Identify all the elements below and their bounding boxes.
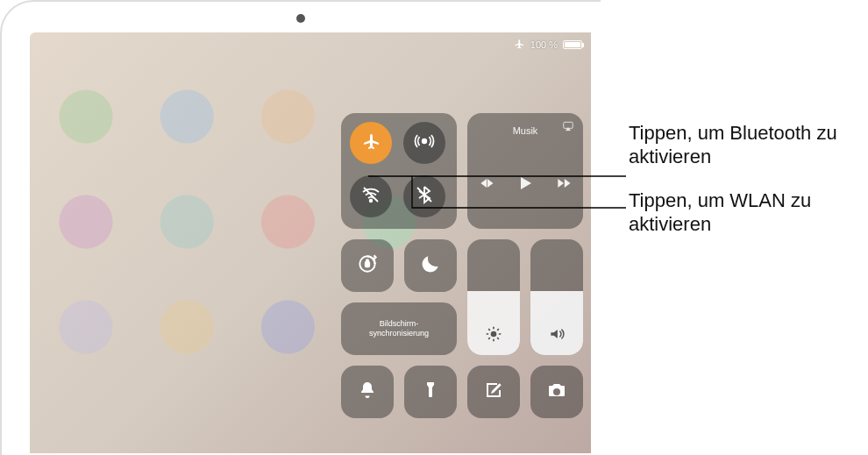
- compose-icon: [483, 380, 504, 404]
- wifi-off-icon: [360, 184, 381, 209]
- rotation-lock-icon: [356, 252, 379, 279]
- bluetooth-off-icon: [414, 184, 435, 209]
- notes-quick-button[interactable]: [467, 366, 520, 418]
- control-center: Musik: [341, 113, 587, 418]
- callout-wlan: Tippen, um WLAN zu aktivieren: [629, 188, 857, 236]
- svg-line-15: [497, 329, 499, 331]
- svg-point-7: [491, 331, 497, 338]
- volume-icon: [548, 325, 566, 346]
- svg-rect-6: [366, 262, 369, 267]
- status-bar: 100 %: [513, 38, 582, 52]
- rotation-lock-toggle[interactable]: [341, 239, 394, 292]
- silent-mode-toggle[interactable]: [341, 366, 394, 418]
- callout-bluetooth: Tippen, um Bluetooth zu aktivieren: [629, 121, 857, 168]
- screen-mirroring-button[interactable]: Bildschirm- synchronisierung: [341, 302, 457, 355]
- bluetooth-toggle[interactable]: [403, 175, 445, 217]
- battery-icon: [563, 40, 582, 49]
- music-play-button[interactable]: [515, 173, 536, 196]
- ipad-screen: 100 %: [30, 32, 591, 453]
- bell-icon: [357, 380, 378, 404]
- music-prev-button[interactable]: [478, 174, 495, 194]
- svg-line-13: [497, 338, 499, 339]
- wifi-toggle[interactable]: [350, 175, 392, 217]
- music-title-label: Musik: [488, 125, 562, 136]
- airplay-icon[interactable]: [562, 120, 574, 134]
- ipad-device-frame: 100 %: [0, 0, 601, 455]
- do-not-disturb-toggle[interactable]: [404, 239, 457, 292]
- airdrop-toggle[interactable]: [403, 122, 445, 164]
- brightness-slider[interactable]: [467, 239, 520, 355]
- music-module[interactable]: Musik: [467, 113, 583, 229]
- camera-button[interactable]: [530, 366, 583, 418]
- svg-point-0: [423, 139, 427, 144]
- svg-line-12: [488, 329, 490, 331]
- brightness-icon: [485, 325, 502, 346]
- music-next-button[interactable]: [555, 174, 573, 194]
- flashlight-button[interactable]: [404, 366, 457, 418]
- front-camera: [296, 14, 305, 23]
- camera-icon: [546, 380, 567, 404]
- airplane-status-icon: [513, 38, 525, 52]
- flashlight-icon: [420, 380, 441, 404]
- airplane-icon: [360, 131, 381, 155]
- battery-percent-label: 100 %: [530, 39, 558, 50]
- airplane-mode-toggle[interactable]: [350, 122, 392, 164]
- volume-slider[interactable]: [530, 239, 583, 355]
- airdrop-icon: [414, 131, 435, 155]
- moon-icon: [419, 252, 442, 279]
- svg-point-1: [370, 200, 373, 203]
- screen-mirroring-label: Bildschirm- synchronisierung: [369, 319, 429, 338]
- connectivity-module[interactable]: [341, 113, 457, 229]
- svg-line-14: [488, 338, 490, 339]
